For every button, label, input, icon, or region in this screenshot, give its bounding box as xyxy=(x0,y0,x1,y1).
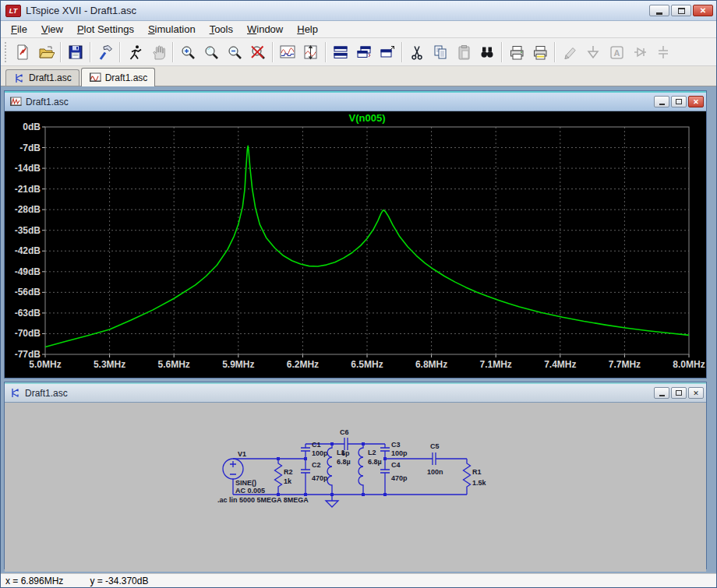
menu-tools[interactable]: Tools xyxy=(203,22,240,37)
zoom-in-button[interactable] xyxy=(176,40,200,64)
schem-minimize-button[interactable] xyxy=(654,387,669,399)
place-label-button[interactable]: A xyxy=(605,40,628,64)
halt-button[interactable] xyxy=(147,40,170,64)
close-button[interactable]: ✕ xyxy=(693,5,713,16)
minimize-button[interactable] xyxy=(649,5,669,16)
wave-restore-button[interactable] xyxy=(671,96,687,107)
schematic-window-title: Draft1.asc xyxy=(25,388,652,399)
x-axis-label: 6.8MHz xyxy=(415,359,447,370)
control-panel-button[interactable] xyxy=(94,40,117,64)
schematic-canvas[interactable]: V1 SINE() AC 0.005 R2 1k C1 100p xyxy=(5,403,706,572)
schematic-drawing[interactable]: V1 SINE() AC 0.005 R2 1k C1 100p xyxy=(5,403,706,569)
schematic-window-titlebar[interactable]: Draft1.asc ✕ xyxy=(5,382,706,403)
tab-label: Draft1.asc xyxy=(105,72,148,83)
component-c4[interactable]: C4 470p xyxy=(380,459,408,495)
svg-text:AC 0.005: AC 0.005 xyxy=(235,487,265,495)
wave-minimize-button[interactable] xyxy=(654,96,669,107)
menu-window[interactable]: Window xyxy=(240,22,290,37)
new-schematic-button[interactable] xyxy=(11,40,34,64)
component-v1[interactable]: V1 SINE() AC 0.005 xyxy=(223,450,265,495)
svg-text:C1: C1 xyxy=(312,441,321,449)
place-diode-button[interactable] xyxy=(628,40,652,64)
find-button[interactable] xyxy=(475,40,499,64)
waveform-plot[interactable]: V(n005) 0dB-7dB-14dB-21dB-28dB-35dB-42dB… xyxy=(5,111,706,378)
toolbar-grip[interactable] xyxy=(5,42,9,62)
svg-text:R1: R1 xyxy=(472,468,482,476)
component-r1[interactable]: R1 1.5k xyxy=(464,459,487,495)
ground-symbol[interactable] xyxy=(326,495,338,507)
plot-settings-icon xyxy=(279,44,296,61)
x-axis-label: 5.9MHz xyxy=(222,359,254,370)
schem-restore-button[interactable] xyxy=(671,387,687,399)
waveform-pane[interactable]: V(n005) 0dB-7dB-14dB-21dB-28dB-35dB-42dB… xyxy=(5,111,706,378)
zoom-full-icon xyxy=(203,44,220,61)
component-c2[interactable]: C2 470p xyxy=(301,459,328,495)
print-button[interactable] xyxy=(505,40,528,64)
save-floppy-icon xyxy=(67,44,84,61)
waveform-window-titlebar[interactable]: Draft1.asc ✕ xyxy=(5,91,706,111)
minimize-icon xyxy=(659,395,665,396)
component-c6[interactable]: C6 6p xyxy=(340,428,350,457)
menu-plot-settings[interactable]: Plot Settings xyxy=(70,22,141,37)
spice-directive[interactable]: .ac lin 5000 5MEGA 8MEGA xyxy=(217,496,309,504)
document-tabs: Draft1.asc Draft1.asc xyxy=(1,66,716,86)
open-folder-icon xyxy=(37,44,55,61)
svg-text:A: A xyxy=(614,48,620,57)
new-schematic-icon xyxy=(14,44,31,61)
zoom-extents-button[interactable] xyxy=(246,40,270,64)
zoom-out-icon xyxy=(226,44,243,61)
paste-button[interactable] xyxy=(452,40,475,64)
label-icon: A xyxy=(608,44,625,61)
tile-windows-button[interactable] xyxy=(329,40,352,64)
tab-schematic[interactable]: Draft1.asc xyxy=(5,69,79,86)
find-binoculars-icon xyxy=(479,44,496,61)
minimize-icon xyxy=(656,12,662,15)
menu-help[interactable]: Help xyxy=(290,22,325,37)
arrange-windows-button[interactable] xyxy=(376,40,399,64)
svg-text:L2: L2 xyxy=(368,449,376,456)
print-preview-button[interactable] xyxy=(528,40,552,64)
save-button[interactable] xyxy=(64,40,87,64)
close-icon: ✕ xyxy=(693,98,699,106)
svg-text:470p: 470p xyxy=(391,474,408,482)
hammer-icon xyxy=(97,44,114,61)
trace-v-n005[interactable] xyxy=(45,146,689,347)
toolbar: A xyxy=(1,38,716,66)
place-capacitor-button[interactable] xyxy=(652,40,675,64)
toolbar-separator xyxy=(325,42,327,62)
zoom-full-button[interactable] xyxy=(200,40,223,64)
trace-title[interactable]: V(n005) xyxy=(349,112,386,124)
schematic-window-icon xyxy=(9,388,21,398)
open-file-button[interactable] xyxy=(34,40,58,64)
maximize-button[interactable] xyxy=(671,5,691,16)
schematic-icon xyxy=(13,73,25,83)
y-axis-label: -7dB xyxy=(19,143,41,153)
restore-icon xyxy=(676,390,682,396)
autorange-button[interactable] xyxy=(299,40,323,64)
schem-close-button[interactable]: ✕ xyxy=(688,387,704,399)
close-icon: ✕ xyxy=(700,7,706,15)
copy-button[interactable] xyxy=(429,40,452,64)
toolbar-separator xyxy=(554,42,556,62)
menu-simulation[interactable]: Simulation xyxy=(141,22,203,37)
cut-scissors-icon xyxy=(408,44,426,61)
run-button[interactable] xyxy=(123,40,147,64)
title-bar[interactable]: LT LTspice XVII - Draft1.asc ✕ xyxy=(1,1,716,21)
zoom-out-button[interactable] xyxy=(223,40,246,64)
tab-label: Draft1.asc xyxy=(29,72,72,83)
place-ground-button[interactable] xyxy=(581,40,605,64)
copy-icon xyxy=(432,44,449,61)
svg-text:SINE(): SINE() xyxy=(235,479,256,487)
svg-text:C6: C6 xyxy=(340,428,349,436)
component-l2[interactable]: L2 6.8µ xyxy=(358,444,382,495)
cascade-windows-button[interactable] xyxy=(352,40,376,64)
draw-wire-button[interactable] xyxy=(558,40,581,64)
tab-waveform[interactable]: Draft1.asc xyxy=(81,68,156,86)
wave-close-button[interactable]: ✕ xyxy=(688,96,704,107)
window-title: LTspice XVII - Draft1.asc xyxy=(26,5,649,16)
component-r2[interactable]: R2 1k xyxy=(275,459,293,495)
menu-file[interactable]: File xyxy=(4,22,34,37)
cut-button[interactable] xyxy=(405,40,429,64)
menu-view[interactable]: View xyxy=(34,22,70,37)
plot-settings-button[interactable] xyxy=(276,40,299,64)
